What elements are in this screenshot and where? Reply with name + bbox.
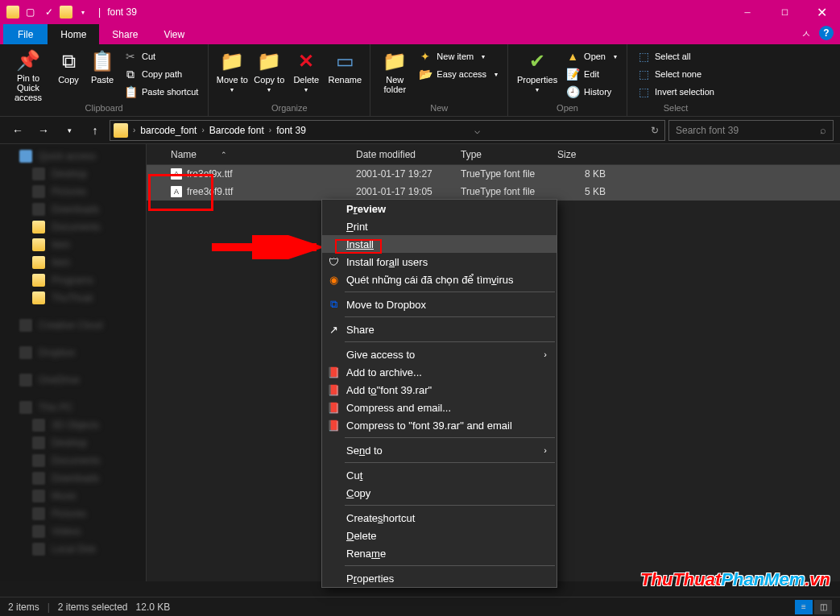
sidebar-item[interactable]: Pictures [0,505,146,523]
tab-home[interactable]: Home [48,24,99,44]
cm-install[interactable]: Install [322,235,557,253]
invert-selection-button[interactable]: ⬚Invert selection [632,83,719,101]
new-folder-button[interactable]: 📁 New folder [375,48,414,102]
cm-compress-rar-email[interactable]: 📕Compress to "font 39.rar" and email [322,416,557,434]
sidebar-item[interactable]: Downloads [0,201,146,218]
view-details-button[interactable]: ≡ [795,600,813,614]
help-button[interactable]: ? [819,26,834,40]
sidebar-item[interactable]: Dropbox [0,344,146,362]
open-button[interactable]: ▲Open▾ [561,48,622,65]
share-icon: ↗ [327,323,340,336]
copy-button[interactable]: ⧉ Copy [52,48,85,102]
sidebar-item[interactable]: Local Disk [0,540,146,558]
qat-item[interactable]: ▢ [21,3,39,21]
sidebar-item[interactable]: Desktop [0,434,146,452]
menu-separator [345,437,555,438]
sidebar-item[interactable]: Videos [0,523,146,540]
breadcrumb-item[interactable]: Barcode font [206,125,267,136]
move-to-button[interactable]: 📁 Move to▾ [213,48,250,102]
new-item-button[interactable]: ✦New item▾ [414,48,503,65]
close-button[interactable]: ✕ [803,0,840,24]
sidebar-item[interactable]: Documents [0,452,146,469]
select-none-button[interactable]: ⬚Select none [632,65,719,83]
cm-print[interactable]: Print [322,217,557,235]
watermark: ThuThuatPhanMem.vn [640,569,830,590]
cm-install-all-users[interactable]: 🛡Install for all users [322,253,557,271]
menu-separator [345,505,555,506]
tab-file[interactable]: File [3,24,48,44]
edit-button[interactable]: 📝Edit [561,65,622,83]
cm-properties[interactable]: Properties [322,569,557,587]
window-title: font 39 [107,6,137,18]
sidebar-item[interactable]: Music [0,487,146,505]
file-row[interactable]: Afre3of9x.ttf 2001-01-17 19:27 TrueType … [147,165,840,183]
cut-button[interactable]: ✂Cut [119,48,203,65]
paste-button[interactable]: 📋 Paste [85,48,119,102]
column-type[interactable]: Type [453,144,549,164]
cm-preview[interactable]: Preview [322,200,557,217]
sidebar-item[interactable]: 3D Objects [0,416,146,434]
back-button[interactable]: ← [6,119,29,142]
view-icons-button[interactable]: ◫ [814,600,832,614]
paste-shortcut-button[interactable]: 📋Paste shortcut [119,83,203,101]
address-dropdown[interactable]: ⌵ [467,121,486,140]
recent-button[interactable]: ▾ [58,119,81,142]
breadcrumb-item[interactable]: barcode_font [137,125,200,136]
select-all-button[interactable]: ⬚Select all [632,48,719,65]
sidebar-item[interactable]: Quick access [0,147,146,165]
easy-access-button[interactable]: 📂Easy access▾ [414,65,503,83]
delete-button[interactable]: ✕ Delete▾ [288,48,325,102]
copy-path-icon: ⧉ [124,68,137,81]
sidebar-item[interactable]: OneDrive [0,371,146,389]
cm-cut[interactable]: Cut [322,466,557,484]
file-row[interactable]: Afree3of9.ttf 2001-01-17 19:05 TrueType … [147,183,840,201]
tab-share[interactable]: Share [99,24,151,44]
cm-add-to-archive[interactable]: 📕Add to archive... [322,363,557,381]
sidebar-item[interactable]: This PC [0,399,146,416]
sidebar-item[interactable]: Desktop [0,165,146,183]
pin-to-quick-access-button[interactable]: 📌 Pin to Quick access [5,48,52,102]
navigation-pane[interactable]: Quick access Desktop Pictures Downloads … [0,144,147,581]
cm-add-to-rar[interactable]: 📕Add to "font 39.rar" [322,381,557,399]
maximize-button[interactable]: ☐ [766,0,803,24]
sidebar-item[interactable]: ThuThuat [0,289,146,307]
breadcrumb-item[interactable]: font 39 [273,125,309,136]
up-button[interactable]: ↑ [84,119,106,142]
cm-rename[interactable]: Rename [322,544,557,562]
cm-compress-email[interactable]: 📕Compress and email... [322,399,557,416]
qat-item[interactable]: ✓ [40,3,58,21]
sidebar-item[interactable]: Pictures [0,183,146,201]
cm-share[interactable]: ↗Share [322,320,557,338]
group-label: Open [513,103,622,114]
history-button[interactable]: 🕘History [561,83,622,101]
search-input[interactable]: Search font 39 ⌕ [668,120,834,141]
cm-create-shortcut[interactable]: Create shortcut [322,509,557,527]
column-size[interactable]: Size [549,144,614,164]
cm-send-to[interactable]: Send to› [322,441,557,459]
sort-indicator-icon: ⌃ [221,151,227,159]
column-date[interactable]: Date modified [348,144,453,164]
sidebar-item[interactable]: Programs [0,271,146,289]
sidebar-item[interactable]: Item [0,236,146,254]
address-bar[interactable]: › barcode_font › Barcode font › font 39 … [110,120,665,141]
cm-move-to-dropbox[interactable]: ⧉Move to Dropbox [322,296,557,313]
sidebar-item[interactable]: Downloads [0,469,146,487]
copy-path-button[interactable]: ⧉Copy path [119,65,203,83]
qat-dropdown[interactable]: ▾ [74,3,92,21]
sidebar-item[interactable]: Creative Cloud [0,316,146,334]
sidebar-item[interactable]: Documents [0,218,146,236]
cm-give-access-to[interactable]: Give access to› [322,345,557,363]
column-name[interactable]: Name⌃ [147,144,348,164]
forward-button[interactable]: → [32,119,55,142]
refresh-button[interactable]: ↻ [645,121,664,140]
minimize-button[interactable]: ─ [729,0,766,24]
rename-button[interactable]: ▭ Rename [325,48,365,102]
sidebar-item[interactable]: Item [0,254,146,271]
properties-button[interactable]: ✔ Properties▾ [513,48,561,102]
tab-view[interactable]: View [151,24,197,44]
copy-to-button[interactable]: 📁 Copy to▾ [250,48,288,102]
ribbon-collapse-button[interactable]: ㅅ [801,27,811,41]
cm-delete[interactable]: Delete [322,527,557,544]
cm-copy[interactable]: Copy [322,484,557,502]
cm-avast-scan[interactable]: ◉Quét những cái đã chọn để tìm virus [322,271,557,288]
